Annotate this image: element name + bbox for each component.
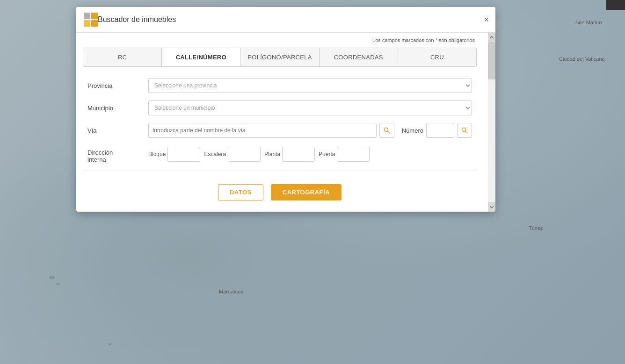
escalera-item: Escalera [204, 147, 261, 162]
scrollbar-track [488, 33, 495, 212]
escalera-input[interactable] [228, 147, 261, 162]
planta-item: Planta [264, 147, 315, 162]
tab-coordenadas[interactable]: COORDENADAS [320, 48, 398, 66]
tab-calle-numero[interactable]: CALLE/NÚMERO [162, 48, 240, 66]
modal-close-button[interactable]: × [484, 15, 489, 24]
datos-button[interactable]: DATOS [218, 184, 263, 200]
via-input[interactable] [148, 123, 377, 138]
form-section: Provincia Seleccione una provincia Munic… [83, 78, 477, 163]
numero-group: Número [402, 123, 472, 138]
svg-rect-2 [84, 20, 90, 27]
chevron-down-icon [490, 206, 494, 208]
via-search-icon [384, 127, 390, 134]
escalera-label: Escalera [204, 151, 226, 157]
app-logo [84, 13, 98, 27]
provincia-label: Provincia [87, 82, 148, 89]
provincia-row: Provincia Seleccione una provincia [87, 78, 472, 93]
svg-rect-1 [91, 13, 98, 19]
tab-group: RC CALLE/NÚMERO POLÍGONO/PARCELA COORDEN… [83, 48, 477, 67]
map-top-button[interactable] [606, 0, 625, 10]
numero-label: Número [402, 127, 423, 134]
bloque-item: Bloque [148, 147, 200, 162]
action-row: DATOS CARTOGRAFÍA [83, 179, 477, 202]
modal-title: Buscador de inmuebles [98, 15, 176, 24]
tab-poligono-parcela[interactable]: POLÍGONO/PARCELA [240, 48, 319, 66]
puerta-item: Puerta [319, 147, 370, 162]
via-group [148, 123, 394, 138]
numero-input[interactable] [426, 123, 454, 138]
svg-line-5 [387, 131, 390, 134]
chevron-up-icon [490, 36, 494, 39]
municipio-select[interactable]: Seleccione un municipio [148, 100, 472, 115]
bloque-label: Bloque [148, 151, 166, 157]
bloque-input[interactable] [167, 147, 200, 162]
numero-search-icon [461, 127, 468, 134]
buscador-modal: Buscador de inmuebles × Los campos marca… [76, 7, 495, 212]
numero-search-button[interactable] [457, 123, 472, 138]
scroll-thumb[interactable] [488, 42, 495, 79]
via-label: Vía [87, 127, 148, 134]
puerta-input[interactable] [337, 147, 370, 162]
scroll-up-arrow[interactable] [488, 33, 495, 42]
via-row: Vía Número [87, 123, 472, 138]
provincia-select[interactable]: Seleccione una provincia [148, 78, 472, 93]
tab-rc[interactable]: RC [83, 48, 162, 66]
tab-cru[interactable]: CRU [398, 48, 476, 66]
direccion-label: Direccióninterna [87, 145, 148, 163]
municipio-row: Municipio Seleccione un municipio [87, 100, 472, 115]
via-search-button[interactable] [379, 123, 394, 138]
modal-body: Los campos marcados con * son obligatori… [76, 33, 488, 212]
puerta-label: Puerta [319, 151, 335, 157]
modal-header: Buscador de inmuebles × [76, 7, 495, 33]
required-note: Los campos marcados con * son obligatori… [83, 37, 477, 43]
svg-rect-3 [91, 20, 98, 27]
direccion-row: Direccióninterna Bloque Escalera Planta [87, 145, 472, 163]
municipio-label: Municipio [87, 105, 148, 112]
scroll-down-arrow[interactable] [488, 202, 495, 212]
svg-rect-0 [84, 13, 90, 19]
planta-input[interactable] [282, 147, 315, 162]
direccion-group: Bloque Escalera Planta Puerta [148, 147, 370, 162]
svg-line-7 [465, 131, 468, 134]
planta-label: Planta [264, 151, 280, 157]
cartografia-button[interactable]: CARTOGRAFÍA [271, 184, 342, 200]
form-separator [83, 171, 477, 171]
